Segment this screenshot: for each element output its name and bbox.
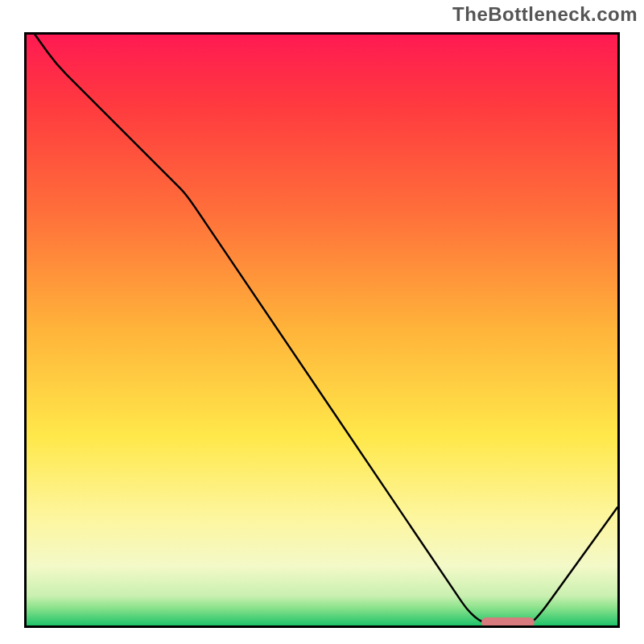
optimal-range-marker [481, 617, 535, 627]
plot-area [24, 32, 620, 628]
watermark-text: TheBottleneck.com [452, 3, 638, 26]
chart-frame [16, 24, 628, 636]
chart-container: TheBottleneck.com [0, 0, 644, 644]
bottleneck-curve [27, 35, 617, 625]
